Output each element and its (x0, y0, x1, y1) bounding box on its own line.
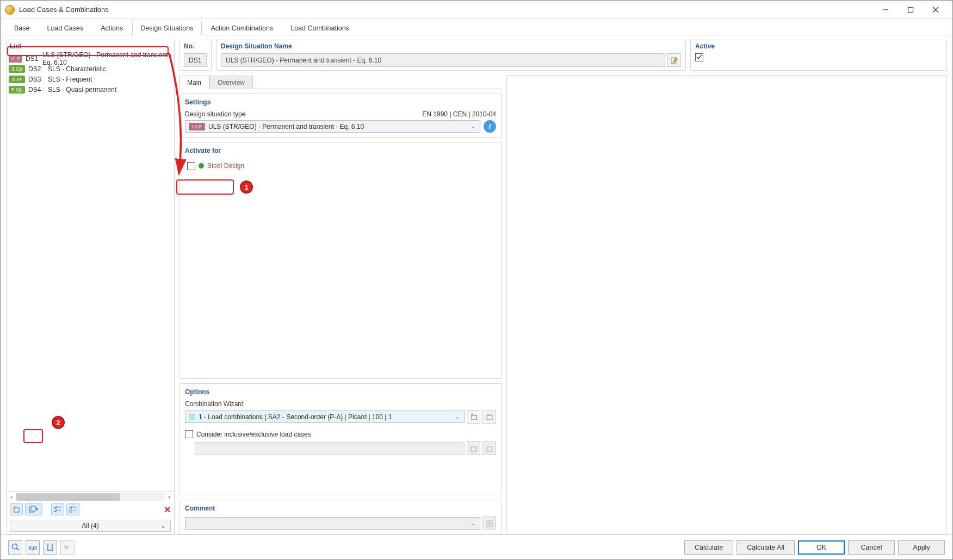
copy-item-button[interactable] (25, 503, 42, 515)
footer-units-button[interactable]: 0,00 (26, 540, 40, 555)
steel-design-checkbox[interactable] (187, 162, 195, 170)
list-item-code: DS3 (28, 76, 45, 83)
tab-actions[interactable]: Actions (92, 21, 131, 35)
svg-rect-16 (487, 447, 492, 451)
info-button[interactable]: i (484, 120, 496, 133)
subtab-overview[interactable]: Overview (209, 76, 253, 89)
list-item-label: SLS - Frequent (48, 76, 92, 83)
select-all-button[interactable] (51, 503, 64, 515)
right-panel: No. DS1 Design Situation Name ULS (STR/G… (179, 40, 947, 534)
footer-model-button[interactable] (43, 540, 57, 555)
edit-name-button[interactable] (667, 53, 681, 67)
tab-action-combinations[interactable]: Action Combinations (203, 21, 282, 35)
minimize-icon (882, 7, 889, 13)
wizard-new-button[interactable] (467, 410, 480, 424)
comment-edit-button[interactable] (482, 517, 496, 530)
activate-row: Steel Design (185, 159, 249, 173)
list-item-code: DS4 (28, 86, 45, 94)
folder-icon (470, 445, 478, 452)
apply-button[interactable]: Apply (898, 540, 945, 555)
footer-search-button[interactable] (8, 540, 22, 555)
cancel-button[interactable]: Cancel (848, 540, 895, 555)
model-icon (46, 543, 54, 551)
edit-icon (671, 57, 678, 64)
list-item-code: DS1 (26, 55, 39, 63)
folder-icon (486, 413, 493, 421)
badge-uls: ULS (9, 55, 22, 63)
blank-panel (506, 75, 947, 534)
wizard-edit-button[interactable] (482, 410, 496, 424)
list-body[interactable]: ULS DS1 ULS (STR/GEO) - Permanent and tr… (7, 52, 174, 491)
deselect-all-button[interactable] (66, 503, 79, 515)
close-icon (932, 7, 939, 13)
svg-rect-9 (70, 510, 72, 512)
horizontal-scrollbar[interactable]: ‹ › (7, 491, 174, 501)
search-icon (11, 543, 20, 551)
maximize-button[interactable] (898, 2, 923, 18)
chevron-down-icon: ⌄ (471, 123, 475, 129)
list-header: List (7, 40, 174, 52)
scroll-track[interactable] (16, 493, 164, 501)
subtab-main[interactable]: Main (179, 76, 209, 89)
tab-load-cases[interactable]: Load Cases (39, 21, 92, 35)
check-icon (696, 54, 702, 60)
tab-base[interactable]: Base (6, 21, 38, 35)
settings-section: Settings Design situation type EN 1990 |… (179, 94, 502, 138)
mid-right (506, 75, 947, 534)
name-label: Design Situation Name (216, 40, 685, 53)
badge-sfr: S Fr (9, 76, 25, 83)
tab-load-combinations[interactable]: Load Combinations (282, 21, 357, 35)
comment-section: Comment ⌄ (179, 500, 502, 534)
calculate-all-button[interactable]: Calculate All (737, 540, 795, 555)
footer: 0,00 fx Calculate Calculate All OK Cance… (1, 534, 952, 559)
tab-design-situations[interactable]: Design Situations (132, 21, 201, 35)
activate-title: Activate for (185, 147, 496, 154)
options-title: Options (185, 388, 496, 396)
settings-title: Settings (185, 98, 496, 106)
close-button[interactable] (923, 2, 948, 18)
name-value: ULS (STR/GEO) - Permanent and transient … (221, 53, 665, 67)
svg-rect-4 (14, 508, 19, 512)
svg-rect-1 (908, 7, 913, 12)
wizard-dropdown[interactable]: 1 - Load combinations | SA2 - Second-ord… (185, 410, 465, 423)
maximize-icon (907, 7, 914, 13)
calculate-button[interactable]: Calculate (684, 540, 733, 555)
svg-text:fx: fx (64, 544, 69, 550)
minimize-button[interactable] (873, 2, 898, 18)
type-label: Design situation type (185, 110, 245, 118)
filter-label: All (4) (82, 522, 98, 530)
annotation-marker-1: 1 (240, 181, 253, 194)
units-icon: 0,00 (28, 544, 37, 551)
new-item-icon (13, 506, 20, 513)
list-item[interactable]: ULS DS1 ULS (STR/GEO) - Permanent and tr… (7, 53, 174, 64)
list-item[interactable]: S Fr DS3 SLS - Frequent (7, 74, 174, 84)
consider-checkbox[interactable] (185, 430, 193, 438)
wizard-label: Combination Wizard (185, 400, 496, 408)
list-item-label: SLS - Quasi-permanent (48, 86, 116, 94)
footer-fx-button[interactable]: fx (60, 540, 75, 555)
filter-row: All (4) (7, 518, 174, 534)
ok-button[interactable]: OK (798, 540, 845, 555)
copy-item-icon (28, 506, 39, 513)
scroll-left-button[interactable]: ‹ (7, 492, 16, 502)
filter-select[interactable]: All (4) (10, 520, 171, 532)
delete-button[interactable]: ✕ (164, 505, 171, 515)
list-toolbar: ✕ (7, 501, 174, 518)
name-field-box: Design Situation Name ULS (STR/GEO) - Pe… (216, 40, 686, 71)
svg-point-27 (51, 544, 53, 545)
scroll-thumb[interactable] (16, 493, 120, 501)
type-dropdown[interactable]: ULS ULS (STR/GEO) - Permanent and transi… (185, 120, 480, 133)
scroll-right-button[interactable]: › (164, 492, 174, 502)
consider-btn2[interactable] (482, 441, 496, 455)
unchecklist-icon (69, 506, 77, 513)
wizard-swatch-icon (189, 414, 195, 420)
subtabs: Main Overview (179, 75, 502, 89)
active-checkbox[interactable] (695, 53, 703, 61)
consider-btn1[interactable] (467, 441, 480, 455)
activate-section: Activate for Steel Design (179, 142, 502, 379)
comment-dropdown[interactable]: ⌄ (185, 517, 480, 530)
new-item-button[interactable] (10, 503, 23, 515)
mid-left: Main Overview Settings Design situation … (179, 75, 502, 534)
list-item[interactable]: S Qp DS4 SLS - Quasi-permanent (7, 84, 174, 95)
new-icon (470, 413, 478, 421)
